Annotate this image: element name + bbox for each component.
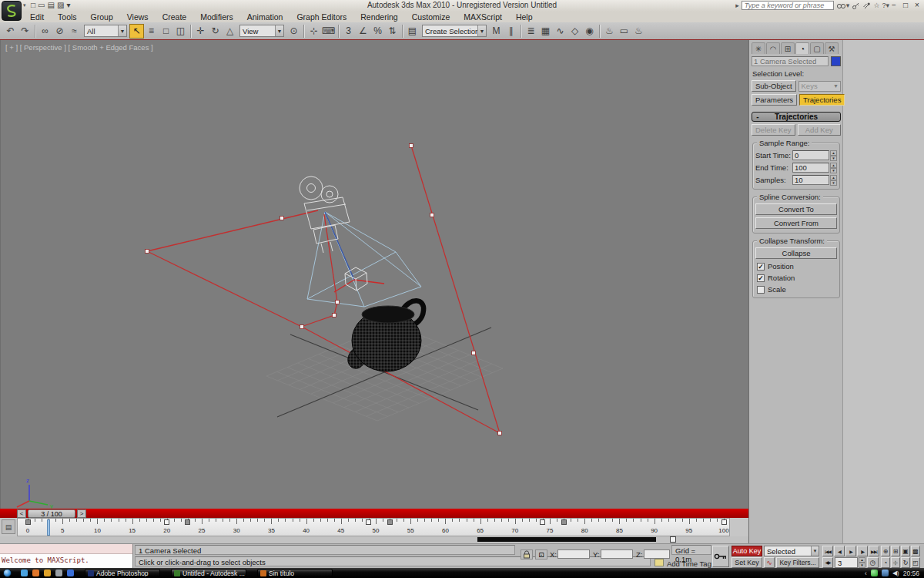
menu-maxscript[interactable]: MAXScript <box>457 12 509 22</box>
hierarchy-tab[interactable]: ⊞ <box>781 42 795 54</box>
sub-object-button[interactable]: Sub-Object <box>752 80 796 92</box>
start-time-spinner[interactable]: ▲▼ <box>830 150 837 160</box>
open-mini-trackbar-button[interactable]: ▤ <box>2 519 15 534</box>
time-slider-bar[interactable]: < 3 / 100 > <box>0 509 748 518</box>
spinner-down-icon[interactable]: ▼ <box>830 156 837 161</box>
undo-button[interactable]: ↶ <box>3 24 18 39</box>
sign-in-key-icon[interactable] <box>852 2 860 10</box>
start-button[interactable] <box>3 569 12 577</box>
app-logo-button[interactable] <box>2 1 22 21</box>
menu-animation[interactable]: Animation <box>240 12 290 22</box>
schematic-view-button[interactable]: ◇ <box>567 24 582 39</box>
viewport-perspective[interactable]: [ + ] [ Perspective ] [ Smooth + Edged F… <box>0 40 748 509</box>
rendered-frame-window-button[interactable]: ▭ <box>617 24 631 39</box>
set-keys-button[interactable] <box>712 546 729 567</box>
frame-spinner[interactable]: ▲▼ <box>859 557 865 568</box>
timeline-scale[interactable]: 0510152025303540455055606570758085909510… <box>17 518 730 536</box>
browser-icon[interactable] <box>44 570 51 576</box>
communication-center-icon[interactable] <box>862 2 871 10</box>
y-coordinate-field[interactable] <box>601 549 633 559</box>
collapse-button[interactable]: Collapse <box>755 247 837 259</box>
show-desktop-icon[interactable] <box>21 570 28 576</box>
end-time-field[interactable]: 100 <box>792 163 829 173</box>
menu-create[interactable]: Create <box>156 12 194 22</box>
timeline-key-frame-0[interactable] <box>25 519 31 525</box>
key-mode-toggle[interactable]: ◀▶ <box>822 557 833 568</box>
add-time-tag-button[interactable]: Add Time Tag <box>667 560 711 568</box>
selection-filter-dropdown[interactable]: All▼ <box>84 25 127 37</box>
messenger-tray-icon[interactable] <box>871 570 878 576</box>
position-checkbox[interactable]: ✓ <box>757 263 765 271</box>
mirror-button[interactable]: M <box>489 24 504 39</box>
render-setup-button[interactable]: ♨ <box>602 24 617 39</box>
trajectories-tab-button[interactable]: Trajectories <box>799 94 845 106</box>
zoom-button[interactable]: ⊕ <box>881 546 890 556</box>
convert-from-button[interactable]: Convert From <box>755 217 837 229</box>
spinner-snap-toggle[interactable]: ⇅ <box>385 24 400 39</box>
curve-editor-button[interactable]: ∿ <box>553 24 567 39</box>
spinner-down-icon[interactable]: ▼ <box>859 563 865 568</box>
voice-icon[interactable] <box>55 570 62 576</box>
add-key-button[interactable]: Add Key <box>798 124 842 136</box>
timeline-key-frame-100[interactable] <box>721 519 727 525</box>
timeline-ruler[interactable]: ▤ 05101520253035404550556065707580859095… <box>0 518 748 536</box>
field-of-view-button[interactable]: ◔ <box>881 557 890 568</box>
pan-button[interactable]: ⊹ <box>891 557 900 568</box>
help-icon[interactable]: ?▾ <box>882 2 889 9</box>
z-coordinate-field[interactable] <box>644 549 670 559</box>
go-to-start-button[interactable]: |◀◀ <box>822 546 833 556</box>
target-gizmo[interactable] <box>334 280 384 292</box>
edit-named-selection-sets-button[interactable]: ▤ <box>405 24 420 39</box>
timeline-key-frame-20[interactable] <box>164 519 169 525</box>
utilities-tab[interactable]: ⚒ <box>825 42 839 54</box>
menu-group[interactable]: Group <box>84 12 120 22</box>
timeline-key-frame-77[interactable] <box>561 519 567 525</box>
percent-snap-toggle[interactable]: % <box>370 24 385 39</box>
timeline-key-frame-49[interactable] <box>366 519 371 525</box>
use-pivot-point-center-button[interactable]: ⊙ <box>286 24 301 39</box>
minimize-button[interactable]: − <box>890 1 898 9</box>
menu-help[interactable]: Help <box>509 12 540 22</box>
menu-tools[interactable]: Tools <box>51 12 84 22</box>
bind-to-space-warp-button[interactable]: ≈ <box>67 24 82 39</box>
rectangular-selection-region-button[interactable]: □ <box>159 24 173 39</box>
unlink-selection-button[interactable]: ⊘ <box>52 24 67 39</box>
create-tab[interactable]: ✳ <box>752 42 765 54</box>
go-to-end-button[interactable]: ▶▶| <box>869 546 879 556</box>
restore-button[interactable]: □ <box>902 1 909 9</box>
delete-key-button[interactable]: Delete Key <box>752 124 795 136</box>
firefox-icon[interactable] <box>32 570 39 576</box>
selection-lock-toggle[interactable] <box>521 549 533 560</box>
taskbar-task-sin-t-tulo[interactable]: Sin título <box>257 569 333 577</box>
snaps-toggle-3d[interactable]: 3 <box>341 24 356 39</box>
end-time-spinner[interactable]: ▲▼ <box>830 163 837 173</box>
key-filters-button[interactable]: Key Filters... <box>776 557 819 568</box>
menu-customize[interactable]: Customize <box>405 12 457 22</box>
menu-edit[interactable]: Edit <box>23 12 51 22</box>
maximize-viewport-toggle[interactable]: ◰ <box>911 557 920 568</box>
current-frame-marker[interactable] <box>47 519 50 536</box>
spinner-down-icon[interactable]: ▼ <box>830 180 837 186</box>
select-and-scale-button[interactable]: △ <box>223 24 237 39</box>
auto-key-toggle[interactable]: Auto Key <box>732 546 762 556</box>
modify-tab[interactable]: ◠ <box>766 42 780 54</box>
material-editor-button[interactable]: ◉ <box>582 24 597 39</box>
search-input[interactable] <box>742 1 834 10</box>
range-key-marker[interactable] <box>670 536 676 543</box>
messenger-icon[interactable] <box>67 570 74 576</box>
selection-set-filter-dropdown[interactable]: Selected ▼ <box>764 546 819 556</box>
taskbar-task-adobe-photoshop[interactable]: Adobe Photoshop <box>85 569 160 577</box>
display-tab[interactable]: ▢ <box>810 42 824 54</box>
timeline-key-frame-74[interactable] <box>540 519 545 525</box>
maxscript-listener-row[interactable]: Welcome to MAXScript. <box>0 554 132 569</box>
redo-button[interactable]: ↷ <box>18 24 32 39</box>
spinner-up-icon[interactable]: ▲ <box>830 175 837 180</box>
parameters-tab-button[interactable]: Parameters <box>752 94 797 106</box>
object-color-swatch[interactable] <box>831 56 841 66</box>
start-time-field[interactable]: 0 <box>792 150 829 160</box>
samples-spinner[interactable]: ▲▼ <box>830 175 837 185</box>
rotation-checkbox[interactable]: ✓ <box>757 274 765 282</box>
menu-views[interactable]: Views <box>120 12 156 22</box>
select-object-button[interactable]: ↖ <box>129 24 144 39</box>
select-by-name-button[interactable]: ≡ <box>144 24 159 39</box>
